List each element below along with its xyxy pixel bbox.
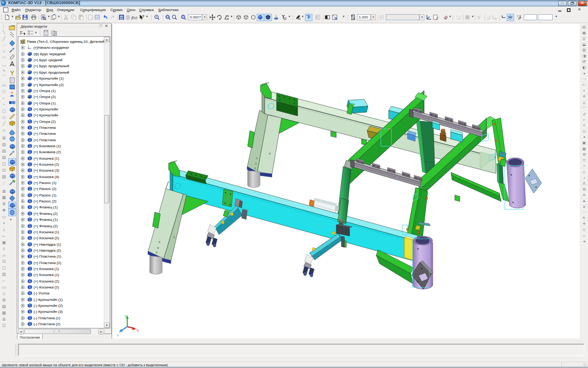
svg-text:f(x): f(x) xyxy=(131,15,137,20)
svg-text:Y: Y xyxy=(124,314,127,318)
svg-text:X: X xyxy=(518,17,520,20)
svg-text:Y: Y xyxy=(517,15,519,17)
svg-text:?: ? xyxy=(142,14,144,18)
svg-text:X: X xyxy=(136,328,139,333)
svg-text:Z: Z xyxy=(117,333,119,337)
